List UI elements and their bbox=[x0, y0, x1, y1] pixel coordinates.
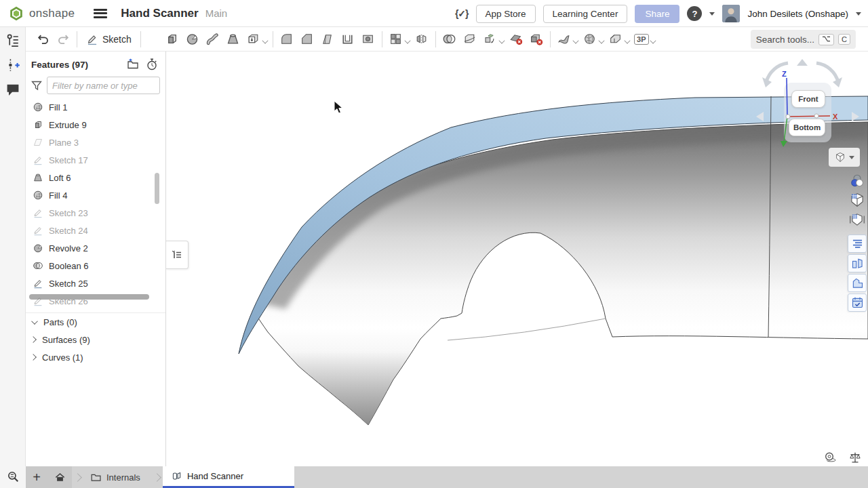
share-button[interactable]: Share bbox=[635, 5, 679, 23]
add-tab-button[interactable]: + bbox=[26, 466, 47, 488]
undo-button[interactable] bbox=[33, 29, 53, 49]
app-store-button[interactable]: App Store bbox=[476, 5, 536, 23]
thicken-button[interactable] bbox=[243, 29, 264, 49]
mass-scale-icon bbox=[848, 451, 862, 464]
chamfer-button[interactable] bbox=[297, 29, 317, 49]
create-folder-button[interactable] bbox=[126, 58, 140, 71]
parts-panel-tab[interactable] bbox=[848, 254, 867, 272]
versions-panel-tab[interactable] bbox=[848, 293, 867, 312]
measure-button[interactable] bbox=[824, 451, 837, 464]
user-menu-label[interactable]: John Desilets (Onshape) bbox=[747, 9, 848, 19]
feature-list-toggle-button[interactable] bbox=[5, 33, 21, 49]
feature-item[interactable]: Fill 1 bbox=[26, 98, 165, 116]
graphics-viewport[interactable]: Z X Front Bottom bbox=[166, 52, 868, 466]
part-panel-tab[interactable] bbox=[848, 274, 867, 292]
extrude-button[interactable] bbox=[162, 29, 182, 49]
list-panel-tab[interactable] bbox=[848, 235, 867, 253]
revolve-button[interactable] bbox=[182, 29, 203, 49]
sketch-feature-icon bbox=[33, 207, 43, 218]
transform-button[interactable] bbox=[480, 29, 500, 49]
main-menu-icon[interactable] bbox=[94, 9, 107, 18]
hole-icon bbox=[361, 32, 375, 46]
feature-item[interactable]: Sketch 25 bbox=[26, 274, 165, 292]
user-chevron-down-icon[interactable] bbox=[856, 12, 861, 16]
named-views-panel-button[interactable] bbox=[848, 211, 866, 228]
draft-button[interactable] bbox=[317, 29, 338, 49]
appearance-panel-button[interactable] bbox=[848, 172, 866, 190]
featurescript-icon[interactable]: {✓} bbox=[455, 8, 469, 19]
three-point-button[interactable]: 3P bbox=[631, 29, 652, 49]
linear-pattern-button[interactable] bbox=[386, 29, 406, 49]
fit-surface-icon bbox=[557, 32, 571, 46]
fillet-button[interactable] bbox=[277, 29, 297, 49]
versions-button[interactable] bbox=[5, 57, 21, 73]
feature-item[interactable]: Sketch 24 bbox=[26, 222, 165, 239]
feature-item[interactable]: Boolean 6 bbox=[26, 257, 165, 274]
feature-item[interactable]: Extrude 9 bbox=[26, 116, 165, 134]
delete-part-button[interactable] bbox=[526, 29, 547, 49]
undo-icon bbox=[36, 32, 50, 46]
help-chevron-down-icon[interactable] bbox=[709, 12, 715, 16]
boolean-button[interactable] bbox=[439, 29, 460, 49]
view-cube-bottom-face[interactable]: Bottom bbox=[789, 119, 825, 136]
sheet-metal-button[interactable] bbox=[606, 29, 626, 49]
feature-item[interactable]: Plane 3 bbox=[26, 134, 165, 151]
home-tab-button[interactable] bbox=[47, 466, 72, 488]
z-axis-label: Z bbox=[782, 70, 787, 78]
list-panel-icon bbox=[850, 237, 865, 251]
workspace-name[interactable]: Main bbox=[205, 7, 228, 19]
hand-scanner-tab[interactable]: Hand Scanner bbox=[163, 466, 294, 488]
feature-item[interactable]: Fill 4 bbox=[26, 186, 165, 204]
features-panel: Features (97) Fill 1 Extrude 9 Plane 3 S… bbox=[26, 52, 166, 466]
onshape-logo[interactable]: onshape bbox=[8, 5, 75, 22]
feature-item[interactable]: Revolve 2 bbox=[26, 239, 165, 257]
parts-section-header[interactable]: Parts (0) bbox=[26, 313, 165, 331]
loft-button[interactable] bbox=[223, 29, 243, 49]
search-tools-input[interactable]: Search tools... C bbox=[751, 30, 856, 49]
document-title[interactable]: Hand Scanner bbox=[121, 7, 198, 20]
feature-item[interactable]: Sketch 23 bbox=[26, 204, 165, 222]
sketch-feature-icon bbox=[33, 296, 43, 306]
loft-feature-icon bbox=[33, 172, 43, 183]
left-rail bbox=[0, 27, 26, 466]
learning-center-button[interactable]: Learning Center bbox=[543, 5, 628, 23]
delete-face-icon bbox=[509, 32, 523, 46]
chevron-right-icon bbox=[30, 336, 37, 343]
view-cube-front-face[interactable]: Front bbox=[791, 90, 825, 108]
feature-item[interactable]: Loft 6 bbox=[26, 169, 165, 186]
user-avatar[interactable] bbox=[722, 5, 740, 22]
horizontal-scrollbar[interactable] bbox=[29, 294, 149, 300]
sweep-button[interactable] bbox=[203, 29, 223, 49]
fill-feature-icon bbox=[33, 102, 43, 113]
onshape-logo-icon bbox=[8, 5, 24, 22]
shell-button[interactable] bbox=[338, 29, 358, 49]
sketch-button[interactable]: Sketch bbox=[81, 30, 137, 48]
hole-button[interactable] bbox=[358, 29, 378, 49]
help-icon[interactable]: ? bbox=[687, 6, 702, 21]
fit-surface-button[interactable] bbox=[554, 29, 574, 49]
mass-properties-button[interactable] bbox=[848, 451, 862, 464]
curves-section-header[interactable]: Curves (1) bbox=[26, 348, 165, 366]
display-states-panel-button[interactable] bbox=[848, 191, 866, 209]
filter-input[interactable] bbox=[47, 77, 160, 94]
feature-statistics-button[interactable] bbox=[145, 58, 159, 71]
view-options-button[interactable] bbox=[829, 148, 860, 167]
feature-item[interactable]: Sketch 17 bbox=[26, 151, 165, 169]
fill-feature-icon bbox=[33, 190, 43, 201]
vertical-scrollbar[interactable] bbox=[155, 173, 159, 204]
mirror-button[interactable] bbox=[412, 29, 432, 49]
search-tabs-button[interactable] bbox=[0, 466, 26, 488]
draft-icon bbox=[320, 32, 334, 46]
delete-face-button[interactable] bbox=[506, 29, 526, 49]
panel-collapse-handle[interactable] bbox=[166, 241, 189, 269]
comments-button[interactable] bbox=[5, 81, 21, 98]
split-icon bbox=[462, 32, 477, 46]
sketch-feature-icon bbox=[33, 225, 43, 236]
mesh-button[interactable] bbox=[580, 29, 600, 49]
redo-button[interactable] bbox=[53, 29, 73, 49]
surfaces-section-header[interactable]: Surfaces (9) bbox=[26, 331, 165, 348]
filter-funnel-icon[interactable] bbox=[30, 79, 43, 92]
chamfer-icon bbox=[300, 32, 314, 46]
internals-folder-tab[interactable]: Internals bbox=[83, 466, 151, 488]
split-button[interactable] bbox=[460, 29, 480, 49]
